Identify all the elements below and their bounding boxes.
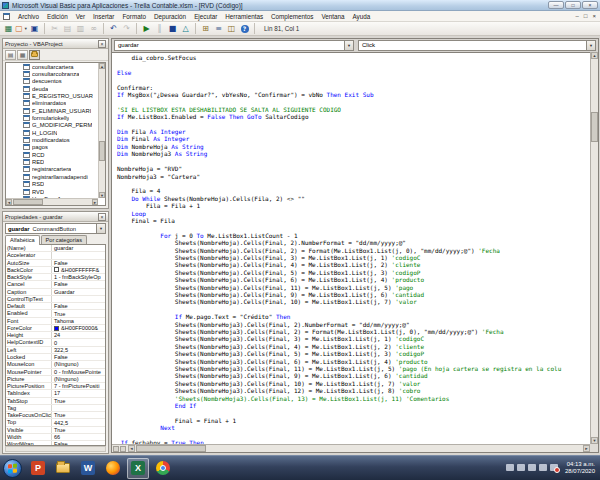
tree-item-deuda[interactable]: deuda xyxy=(6,85,98,92)
tree-item-red[interactable]: RED xyxy=(6,158,98,165)
tree-item-rcd[interactable]: RCD xyxy=(6,151,98,158)
show-hidden-icons-button[interactable] xyxy=(517,464,525,471)
input-indicator-tray-icon[interactable] xyxy=(506,464,514,471)
menu-item-archivo[interactable]: Archivo xyxy=(14,13,43,20)
code-editor[interactable]: dia_cobro.SetFocus Else Confirmar:If Msg… xyxy=(112,52,590,444)
property-value[interactable]: Guardar xyxy=(52,289,105,295)
reset-icon[interactable]: ■ xyxy=(166,23,179,35)
property-row[interactable]: DefaultFalse xyxy=(6,303,105,310)
property-value[interactable]: 1 - fmBackStyleOp xyxy=(52,274,105,280)
property-row[interactable]: BackColor&H00FFFFFF& xyxy=(6,267,105,274)
menu-item-ver[interactable]: Ver xyxy=(72,13,89,20)
property-value[interactable]: False xyxy=(52,354,105,360)
property-value[interactable]: guardar xyxy=(52,245,105,251)
menu-item-depuración[interactable]: Depuración xyxy=(150,13,190,20)
property-row[interactable]: BackStyle1 - fmBackStyleOp xyxy=(6,274,105,281)
property-value[interactable]: False xyxy=(52,281,105,287)
property-row[interactable]: Left322,5 xyxy=(6,347,105,354)
property-value[interactable]: (Ninguno) xyxy=(52,376,105,382)
property-value[interactable]: &H00FFFFFF& xyxy=(52,267,105,273)
tree-item-eliminardatos[interactable]: eliminardatos xyxy=(6,100,98,107)
property-grid[interactable]: (Name)guardarAcceleratorAutoSizeFalseBac… xyxy=(5,244,106,446)
paste-icon[interactable]: ▥ xyxy=(74,23,87,35)
code-horizontal-scrollbar[interactable]: ◄ ► xyxy=(112,444,590,452)
insert-userform-icon[interactable]: ▢▼ xyxy=(15,23,28,35)
property-value[interactable]: False xyxy=(52,260,105,266)
menu-item-complementos[interactable]: Complementos xyxy=(267,13,317,20)
menu-item-ejecutar[interactable]: Ejecutar xyxy=(190,13,221,20)
view-microsoft-excel-icon[interactable]: ▦ xyxy=(2,23,15,35)
property-row[interactable]: CaptionGuardar xyxy=(6,289,105,296)
menu-item-insertar[interactable]: Insertar xyxy=(89,13,118,20)
property-row[interactable]: HelpContextID0 xyxy=(6,339,105,346)
start-button[interactable] xyxy=(3,459,22,478)
design-mode-icon[interactable]: △ xyxy=(179,23,192,35)
property-value[interactable] xyxy=(52,252,105,258)
tree-item-rsd[interactable]: RSD xyxy=(6,181,98,188)
menu-item-ventana[interactable]: Ventana xyxy=(317,13,348,20)
full-module-view-button[interactable] xyxy=(120,446,126,452)
code-vertical-scrollbar[interactable]: ▲ ▼ xyxy=(590,52,598,444)
taskbar-app-powerpoint[interactable]: P xyxy=(27,458,49,479)
property-row[interactable]: AutoSizeFalse xyxy=(6,260,105,267)
project-explorer-icon[interactable]: ⊞ xyxy=(199,23,212,35)
property-value[interactable]: 66 xyxy=(52,434,105,440)
mdi-child-icon[interactable] xyxy=(3,13,10,20)
restore-button[interactable]: □ xyxy=(565,1,581,9)
tree-item-h_login[interactable]: H_LOGIN xyxy=(6,129,98,136)
tree-item-f_eliminar_usuari[interactable]: F_ELIMINAR_USUARI xyxy=(6,107,98,114)
redo-icon[interactable]: ↷ xyxy=(120,23,133,35)
property-value[interactable]: 442,5 xyxy=(52,419,105,425)
project-tree-vertical-scrollbar[interactable]: ▲ ▼ xyxy=(98,63,105,198)
menu-item-ayuda[interactable]: Ayuda xyxy=(349,13,375,20)
property-value[interactable]: True xyxy=(52,310,105,316)
view-code-button[interactable]: ▤ xyxy=(5,50,16,60)
mdi-restore-button[interactable]: □ xyxy=(584,11,588,22)
property-value[interactable]: False xyxy=(52,303,105,309)
project-tree-horizontal-scrollbar[interactable]: ◄ ► xyxy=(6,198,98,205)
dropdown-arrow-icon[interactable]: ▼ xyxy=(96,224,105,233)
run-icon[interactable]: ▶ xyxy=(140,23,153,35)
taskbar-app-explorer[interactable] xyxy=(52,458,74,479)
property-value[interactable]: &H00FF0000& xyxy=(52,325,105,331)
tree-item-pagos[interactable]: pagos xyxy=(6,144,98,151)
tree-item-g_modificar_perm[interactable]: G_MODIFICAR_PERM xyxy=(6,122,98,129)
property-row[interactable]: Top442,5 xyxy=(6,419,105,426)
property-row[interactable]: ForeColor&H00FF0000& xyxy=(6,325,105,332)
tree-item-rvd[interactable]: RVD xyxy=(6,188,98,195)
object-browser-icon[interactable]: ◫ xyxy=(225,23,238,35)
property-value[interactable]: 0 - fmMousePointe xyxy=(52,369,105,375)
property-row[interactable]: Width66 xyxy=(6,434,105,441)
property-value[interactable]: 17 xyxy=(52,390,105,396)
tree-item-registrarllamadapendi[interactable]: registrarllamadapendi xyxy=(6,173,98,180)
taskbar-app-firefox[interactable] xyxy=(102,458,124,479)
property-row[interactable]: (Name)guardar xyxy=(6,245,105,252)
property-row[interactable]: Picture(Ninguno) xyxy=(6,376,105,383)
tab-alphabetic[interactable]: Alfabética xyxy=(5,235,40,245)
property-value[interactable]: 24 xyxy=(52,332,105,338)
property-row[interactable]: CancelFalse xyxy=(6,281,105,288)
event-combobox[interactable]: Click ▼ xyxy=(358,40,596,51)
property-row[interactable]: TabIndex17 xyxy=(6,390,105,397)
property-row[interactable]: MousePointer0 - fmMousePointe xyxy=(6,369,105,376)
mdi-minimize-button[interactable]: – xyxy=(576,11,579,22)
property-value[interactable] xyxy=(52,296,105,302)
property-row[interactable]: ControlTipText xyxy=(6,296,105,303)
minimize-button[interactable]: — xyxy=(548,1,564,9)
tree-item-e_registro_usuar[interactable]: E_REGISTRO_USUAR xyxy=(6,92,98,99)
property-value[interactable]: True xyxy=(52,427,105,433)
property-row[interactable]: PicturePosition7 - fmPicturePositi xyxy=(6,383,105,390)
property-row[interactable]: TabStopTrue xyxy=(6,398,105,405)
dropdown-arrow-icon[interactable]: ▼ xyxy=(586,41,595,50)
property-value[interactable]: True xyxy=(52,412,105,418)
property-row[interactable]: Height24 xyxy=(6,332,105,339)
volume-tray-icon[interactable] xyxy=(528,464,536,471)
property-value[interactable]: 0 xyxy=(52,339,105,345)
menu-item-herramientas[interactable]: Herramientas xyxy=(221,13,267,20)
taskbar-app-chrome[interactable] xyxy=(152,458,174,479)
property-row[interactable]: TakeFocusOnClickTrue xyxy=(6,412,105,419)
menu-item-edición[interactable]: Edición xyxy=(43,13,72,20)
property-value[interactable] xyxy=(52,405,105,411)
property-value[interactable]: Tahoma xyxy=(52,318,105,324)
object-combobox[interactable]: guardar ▼ xyxy=(114,40,354,51)
